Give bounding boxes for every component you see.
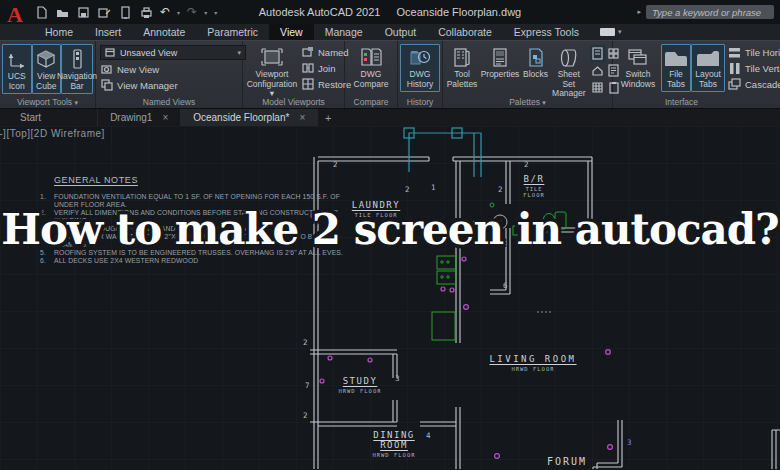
new-view-label: New View <box>117 64 159 75</box>
switch-windows-button[interactable]: Switch Windows <box>615 44 661 92</box>
view-cube-icon <box>35 47 57 71</box>
blocks-button[interactable]: Blocks <box>521 44 550 83</box>
tile-horizontally-label: Tile Horizontally <box>745 47 780 58</box>
file-tab-oceanside-floorplan[interactable]: Oceanside Floorplan* × <box>181 109 318 126</box>
ribbon-bar-icon <box>600 28 615 36</box>
navigation-bar-button[interactable]: Navigation Bar <box>61 44 93 94</box>
cascade-button[interactable]: Cascade <box>725 76 780 92</box>
dwg-history-label: DWG History <box>402 70 438 89</box>
chevron-down-icon: ▾ <box>618 28 622 36</box>
join-label: Join <box>318 63 335 74</box>
dwg-history-button[interactable]: DWG History <box>400 44 440 92</box>
save-button[interactable] <box>76 5 90 19</box>
panel-label-model-viewports: Model Viewports <box>243 97 344 108</box>
dwg-compare-button[interactable]: DWG Compare <box>347 44 395 92</box>
new-file-icon <box>35 6 48 19</box>
new-file-button[interactable] <box>34 5 48 19</box>
small-palette-button-3[interactable] <box>590 62 606 79</box>
tab-output[interactable]: Output <box>374 24 428 40</box>
properties-icon <box>490 47 510 69</box>
file-tab-drawing1[interactable]: Drawing1 × <box>98 109 181 126</box>
tab-parametric[interactable]: Parametric <box>196 24 269 40</box>
properties-button[interactable]: Properties <box>479 44 521 83</box>
autocad-logo-icon[interactable]: A <box>3 1 27 31</box>
join-viewport-icon <box>302 62 314 74</box>
publish-button[interactable] <box>118 5 132 19</box>
tile-horizontally-button[interactable]: Tile Horizontally <box>725 44 780 60</box>
panel-label-compare: Compare <box>345 97 397 108</box>
dim-number: 2 <box>405 185 410 194</box>
file-tab-label: Oceanside Floorplan* <box>193 112 289 123</box>
new-view-icon <box>101 63 113 75</box>
dim-number: 2 <box>303 411 308 420</box>
plot-printer-icon <box>140 6 153 19</box>
view-combo[interactable]: Unsaved View ▾ <box>100 45 246 60</box>
sheet-set-manager-label: Sheet Set Manager <box>552 70 586 99</box>
navigation-bar-label: Navigation Bar <box>57 72 97 91</box>
tab-manage[interactable]: Manage <box>314 24 374 40</box>
tab-collaborate[interactable]: Collaborate <box>427 24 503 40</box>
ucs-icon-button[interactable]: UCS Icon <box>2 44 32 94</box>
room-label-study: STUDY HRWD FLOOR <box>322 376 398 394</box>
tile-vertically-button[interactable]: Tile Vertically <box>725 60 780 76</box>
tab-annotate[interactable]: Annotate <box>132 24 196 40</box>
dim-number: 3 <box>627 438 632 447</box>
open-folder-icon <box>56 6 69 19</box>
file-tab-label: Drawing1 <box>110 112 152 123</box>
undo-dropdown-icon[interactable]: ▾ <box>177 9 180 16</box>
redo-button[interactable]: ↷ <box>187 6 197 18</box>
publish-icon <box>119 6 132 19</box>
restore-viewport-icon <box>302 78 314 90</box>
panel-label-named-views: Named Views <box>96 97 242 108</box>
search-input[interactable] <box>646 5 774 19</box>
panel-label-viewport-tools[interactable]: Viewport Tools ▾ <box>0 97 95 108</box>
close-icon[interactable]: × <box>162 112 168 123</box>
tab-insert[interactable]: Insert <box>84 24 132 40</box>
named-viewport-icon <box>302 46 314 58</box>
tool-palettes-icon <box>452 47 472 69</box>
general-notes-title: GENERAL NOTES <box>54 175 350 185</box>
undo-button[interactable]: ↶ <box>160 6 170 18</box>
file-tab-bar: Start Drawing1 × Oceanside Floorplan* × … <box>0 108 780 126</box>
sheet-set-manager-button[interactable]: Sheet Set Manager <box>550 44 588 102</box>
dwg-compare-icon <box>359 47 383 69</box>
viewport-configuration-button[interactable]: Viewport Configuration ▾ <box>245 44 299 102</box>
tool-palettes-button[interactable]: Tool Palettes <box>445 44 479 92</box>
ribbon-display-toggle[interactable]: ▾ <box>600 24 622 40</box>
chevron-down-icon: ▾ <box>542 99 546 106</box>
tab-home[interactable]: Home <box>34 24 84 40</box>
dwg-compare-label: DWG Compare <box>349 70 393 89</box>
plot-button[interactable] <box>139 5 153 19</box>
dwg-history-icon <box>408 47 432 69</box>
search-expand-icon[interactable]: ▸ <box>637 8 641 16</box>
new-view-button[interactable]: New View <box>98 61 246 77</box>
panel-label-interface: Interface <box>613 97 780 108</box>
save-as-button[interactable] <box>97 5 111 19</box>
view-manager-label: View Manager <box>117 80 178 91</box>
room-label-forum: FORUM <box>532 456 602 467</box>
switch-windows-label: Switch Windows <box>617 70 659 89</box>
file-tab-start[interactable]: Start <box>8 109 98 126</box>
redo-dropdown-icon[interactable]: ▾ <box>204 9 207 16</box>
file-tab-label: Start <box>20 112 41 123</box>
panel-history: DWG History History <box>398 41 443 108</box>
drawing-canvas[interactable]: [-][Top][2D Wireframe] <box>0 126 780 470</box>
view-manager-button[interactable]: View Manager <box>98 77 246 93</box>
close-icon[interactable]: × <box>299 112 305 123</box>
panel-label-history: History <box>398 97 442 108</box>
room-label-br: B/R TILE FLOOR <box>512 174 556 198</box>
qat-customize-icon[interactable]: ▾ <box>214 9 217 16</box>
open-file-button[interactable] <box>55 5 69 19</box>
tab-view[interactable]: View <box>269 24 314 40</box>
cascade-label: Cascade <box>745 79 780 90</box>
small-palette-button-5[interactable] <box>590 79 606 96</box>
file-tabs-button[interactable]: File Tabs <box>661 44 691 92</box>
layout-tabs-button[interactable]: Layout Tabs <box>691 44 725 92</box>
room-label-living-room: LIVING ROOM HRWD FLOOR <box>478 354 588 372</box>
panel-label-palettes[interactable]: Palettes ▾ <box>443 97 612 108</box>
navigation-bar-icon <box>66 47 88 71</box>
document-title: Oceanside Floorplan.dwg <box>396 6 521 18</box>
small-palette-button-1[interactable] <box>590 45 606 62</box>
tab-express-tools[interactable]: Express Tools <box>503 24 590 40</box>
new-drawing-tab-button[interactable]: + <box>318 109 338 126</box>
